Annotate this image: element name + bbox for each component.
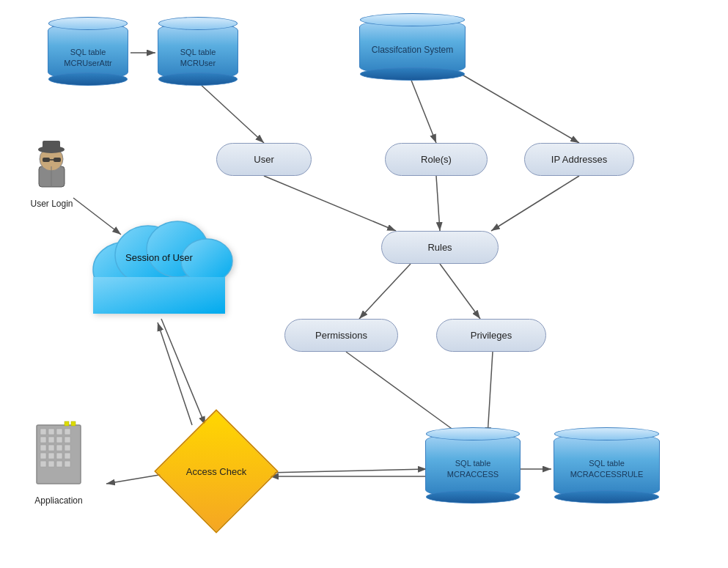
svg-rect-55: [65, 421, 69, 426]
application-figure: Appliacation: [22, 418, 95, 506]
svg-rect-48: [48, 453, 54, 459]
svg-line-14: [161, 319, 205, 425]
pill-permissions-label: Permissions: [315, 330, 367, 341]
application-icon: [22, 418, 95, 491]
svg-line-4: [447, 66, 579, 143]
user-login-label: User Login: [30, 199, 73, 209]
svg-rect-40: [48, 437, 54, 443]
pill-rules-label: Rules: [427, 242, 452, 253]
svg-rect-41: [56, 437, 62, 443]
pill-roles-label: Role(s): [421, 154, 452, 165]
svg-rect-51: [40, 461, 46, 467]
pill-permissions: Permissions: [284, 319, 398, 352]
svg-rect-50: [65, 453, 70, 459]
db-classification: Classifcation System: [359, 18, 466, 75]
svg-rect-25: [93, 277, 225, 314]
pill-privileges: Privileges: [436, 319, 546, 352]
db-classification-label: Classifcation System: [372, 44, 453, 56]
svg-line-2: [198, 82, 264, 143]
svg-rect-29: [43, 141, 60, 151]
svg-rect-37: [56, 429, 62, 435]
svg-rect-43: [40, 445, 46, 451]
access-check-label: Access Check: [186, 466, 246, 477]
svg-rect-46: [65, 445, 70, 451]
svg-rect-42: [65, 437, 70, 443]
diamond-label: Access Check: [186, 466, 246, 477]
svg-line-6: [436, 176, 440, 231]
svg-rect-44: [48, 445, 54, 451]
pill-roles: Role(s): [385, 143, 488, 176]
db-mcruserattr: SQL table MCRUserAttr: [48, 22, 128, 81]
db-mcruser: SQL tableMCRUser: [158, 22, 238, 81]
pill-ip: IP Addresses: [524, 143, 634, 176]
svg-line-7: [491, 176, 579, 231]
svg-point-24: [181, 239, 232, 283]
svg-rect-31: [54, 158, 61, 162]
svg-line-11: [488, 352, 493, 436]
pill-user-label: User: [254, 154, 273, 165]
svg-line-8: [359, 264, 411, 319]
svg-line-17: [268, 469, 427, 473]
svg-rect-52: [48, 461, 54, 467]
svg-rect-36: [48, 429, 54, 435]
db-mcraccess: SQL tableMCRACCESS: [425, 432, 521, 498]
user-login-figure: User Login: [28, 136, 76, 209]
pill-privileges-label: Privileges: [471, 330, 512, 341]
pill-user: User: [216, 143, 312, 176]
svg-rect-49: [56, 453, 62, 459]
application-label: Appliacation: [34, 495, 82, 506]
db-mcraccessrule-label: SQL tableMCRACCESSRULE: [570, 458, 644, 481]
svg-rect-56: [71, 421, 76, 426]
db-mcraccess-label: SQL tableMCRACCESS: [447, 458, 499, 481]
svg-rect-38: [65, 429, 70, 435]
db-mcruser-label: SQL tableMCRUser: [180, 47, 216, 70]
svg-rect-53: [56, 461, 62, 467]
svg-rect-45: [56, 445, 62, 451]
pill-ip-label: IP Addresses: [551, 154, 607, 165]
svg-rect-54: [65, 461, 70, 467]
svg-line-15: [158, 322, 192, 425]
svg-line-9: [440, 264, 480, 319]
diamond-access-check: Access Check: [169, 424, 264, 519]
svg-line-10: [346, 352, 462, 436]
db-mcraccessrule: SQL tableMCRACCESSRULE: [554, 432, 660, 498]
svg-line-5: [264, 176, 396, 231]
svg-rect-39: [40, 437, 46, 443]
svg-line-3: [411, 78, 436, 143]
svg-rect-30: [43, 158, 50, 162]
svg-rect-35: [40, 429, 46, 435]
diagram: SQL table MCRUserAttr SQL tableMCRUser C…: [0, 0, 728, 568]
user-login-icon: [28, 136, 76, 194]
svg-rect-47: [40, 453, 46, 459]
db-mcruserattr-label: SQL table MCRUserAttr: [48, 47, 128, 70]
cloud-session: Session of User: [82, 196, 236, 317]
pill-rules: Rules: [381, 231, 499, 264]
